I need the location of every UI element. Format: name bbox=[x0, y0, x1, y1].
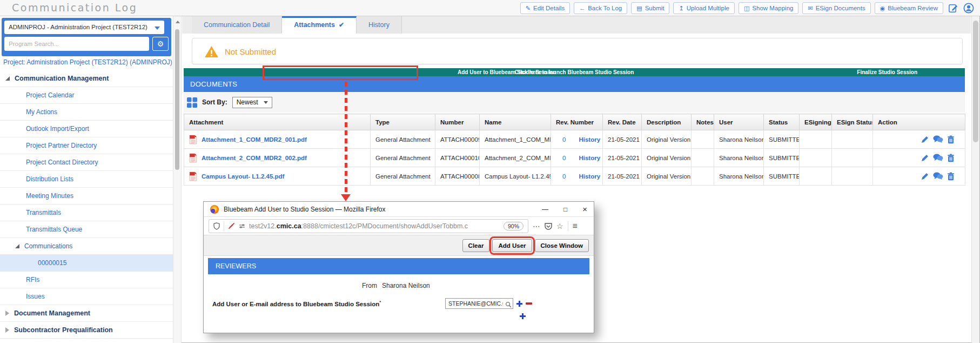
navigation-tree: Communication Management Project Calenda… bbox=[0, 70, 173, 339]
add-row-plus-icon[interactable] bbox=[516, 301, 522, 307]
tree-item-project-partner-directory[interactable]: Project Partner Directory bbox=[0, 137, 173, 154]
esign-documents-button[interactable]: ✉ ESign Documents bbox=[802, 2, 870, 14]
tree-group-document-management[interactable]: Document Management bbox=[0, 305, 173, 322]
tree-item-distribution-lists[interactable]: Distribution Lists bbox=[0, 171, 173, 188]
cell-esign-status bbox=[832, 130, 873, 149]
history-link[interactable]: History bbox=[579, 136, 600, 143]
attachment-file-link[interactable]: Attachment_2_COM_MDR2_002.pdf bbox=[189, 153, 365, 163]
communication-log-app: Communication Log ✎ Edit Details ← Back … bbox=[0, 0, 980, 343]
page-title: Communication Log bbox=[12, 2, 137, 14]
remove-row-minus-icon[interactable] bbox=[526, 302, 532, 305]
popup-title-bar[interactable]: Bluebeam Add User to Studio Session — Mo… bbox=[204, 202, 594, 217]
esign-documents-label: ESign Documents bbox=[816, 5, 865, 11]
main-scrollbar-thumb[interactable] bbox=[973, 21, 978, 142]
upload-multiple-button[interactable]: ↥ Upload Multiple bbox=[673, 2, 734, 14]
not-submitted-text: Not Submitted bbox=[225, 38, 276, 65]
tree-item-transmittals-queue[interactable]: Transmittals Queue bbox=[0, 221, 173, 238]
tree-item-issues[interactable]: Issues bbox=[0, 288, 173, 305]
col-rev-date: Rev. Date bbox=[603, 114, 642, 130]
comments-icon[interactable] bbox=[933, 172, 943, 180]
cell-name: Campus Layout- L1.2.45 bbox=[480, 167, 551, 186]
scroll-up-arrow-icon[interactable] bbox=[176, 21, 180, 23]
tab-history[interactable]: History bbox=[357, 16, 402, 34]
top-header-bar: Communication Log ✎ Edit Details ← Back … bbox=[0, 0, 980, 16]
launch-studio-session-link[interactable]: Click here to launch Bluebeam Studio Ses… bbox=[515, 68, 634, 76]
sidebar-scrollbar-thumb[interactable] bbox=[175, 29, 179, 170]
attachment-file-name: Attachment_1_COM_MDR2_001.pdf bbox=[202, 136, 307, 143]
maximize-icon[interactable]: □ bbox=[563, 206, 567, 213]
collapsed-triangle-icon bbox=[5, 327, 9, 333]
edit-pencil-icon[interactable] bbox=[921, 172, 929, 181]
permissions-icon[interactable] bbox=[239, 223, 245, 229]
cell-number: ATTACH00009 bbox=[435, 130, 480, 149]
tree-item-meeting-minutes[interactable]: Meeting Minutes bbox=[0, 188, 173, 205]
history-link[interactable]: History bbox=[579, 173, 600, 180]
edit-details-button[interactable]: ✎ Edit Details bbox=[520, 2, 570, 14]
close-window-button[interactable]: Close Window bbox=[535, 239, 589, 252]
delete-trash-icon[interactable] bbox=[947, 154, 955, 162]
user-profile-icon[interactable] bbox=[963, 2, 975, 14]
clear-button[interactable]: Clear bbox=[462, 239, 490, 252]
close-icon[interactable]: × bbox=[582, 205, 587, 214]
add-user-button[interactable]: Add User bbox=[492, 239, 532, 252]
sort-select[interactable]: Newest bbox=[232, 97, 272, 108]
history-link[interactable]: History bbox=[579, 155, 600, 161]
add-another-row-plus-icon[interactable] bbox=[520, 313, 526, 319]
tree-item-project-calendar[interactable]: Project Calendar bbox=[0, 87, 173, 104]
shield-icon[interactable] bbox=[213, 222, 220, 230]
rev-number-link[interactable]: 0 bbox=[562, 173, 566, 180]
minimize-icon[interactable]: — bbox=[542, 206, 548, 213]
tree-item-my-actions[interactable]: My Actions bbox=[0, 104, 173, 121]
url-field[interactable]: test2v12.cmic.ca:8888/cmictest12c/PMDocu… bbox=[209, 219, 528, 233]
program-search-input[interactable] bbox=[4, 37, 149, 51]
col-rev-number: Rev. Number bbox=[551, 114, 603, 130]
tree-item-00000015-selected[interactable]: 00000015 bbox=[0, 255, 173, 272]
edit-details-label: Edit Details bbox=[533, 5, 565, 11]
attachment-file-link[interactable]: Attachment_1_COM_MDR2_001.pdf bbox=[189, 135, 365, 144]
edit-pencil-icon[interactable] bbox=[921, 135, 929, 144]
tree-item-rfis[interactable]: RFIs bbox=[0, 272, 173, 288]
project-select[interactable]: ADMINPROJ - Administration Project (TEST… bbox=[4, 21, 164, 34]
tree-label: Transmittals Queue bbox=[26, 221, 82, 238]
comments-icon[interactable] bbox=[933, 154, 943, 162]
url-text: test2v12.cmic.ca:8888/cmictest12c/PMDocu… bbox=[249, 222, 500, 230]
tree-label: Outlook Import/Export bbox=[26, 121, 89, 137]
delete-trash-icon[interactable] bbox=[947, 172, 955, 181]
pocket-icon[interactable] bbox=[545, 222, 552, 230]
tree-item-project-contact-directory[interactable]: Project Contact Directory bbox=[0, 154, 173, 171]
blocked-permission-icon[interactable] bbox=[228, 222, 235, 229]
grid-view-icon[interactable] bbox=[187, 97, 197, 108]
comments-icon[interactable] bbox=[933, 135, 943, 143]
documents-section-header: DOCUMENTS bbox=[184, 76, 965, 92]
bluebeam-review-button[interactable]: ◉ Bluebeam Review bbox=[875, 2, 943, 14]
mapping-icon: ◫ bbox=[744, 5, 749, 12]
back-to-log-button[interactable]: ← Back To Log bbox=[574, 2, 627, 14]
rev-number-link[interactable]: 0 bbox=[562, 155, 566, 161]
tree-group-communications[interactable]: Communications bbox=[0, 238, 173, 255]
tab-attachments[interactable]: Attachments✔ bbox=[282, 16, 357, 34]
col-number: Number bbox=[435, 114, 480, 130]
rev-number-link[interactable]: 0 bbox=[562, 136, 566, 143]
browser-zoom-badge[interactable]: 90% bbox=[504, 222, 523, 230]
page-actions-icon[interactable]: ⋯ bbox=[533, 222, 540, 230]
edit-note-icon[interactable] bbox=[947, 2, 959, 14]
show-mapping-button[interactable]: ◫ Show Mapping bbox=[739, 2, 798, 14]
attachment-file-link[interactable]: Campus Layout- L1.2.45.pdf bbox=[189, 172, 365, 181]
search-lookup-icon[interactable] bbox=[505, 300, 512, 310]
col-esign-status: ESign Status bbox=[832, 114, 873, 130]
tree-item-outlook-import-export[interactable]: Outlook Import/Export bbox=[0, 121, 173, 137]
tree-group-subcontractor-prequalification[interactable]: Subcontractor Prequalification bbox=[0, 322, 173, 339]
search-settings-button[interactable]: ⚙ bbox=[152, 37, 169, 51]
tree-item-transmittals[interactable]: Transmittals bbox=[0, 205, 173, 221]
submit-button[interactable]: ▤ Submit bbox=[631, 2, 669, 14]
finalize-studio-session-link[interactable]: Finalize Studio Session bbox=[857, 68, 917, 76]
bookmark-star-icon[interactable]: ☆ bbox=[556, 222, 563, 230]
tree-group-communication-management[interactable]: Communication Management bbox=[0, 70, 173, 87]
tab-communication-detail[interactable]: Communication Detail bbox=[192, 16, 282, 34]
menu-hamburger-icon[interactable]: ≡ bbox=[573, 221, 578, 231]
cell-description: Original Version bbox=[642, 167, 692, 186]
col-status: Status bbox=[764, 114, 800, 130]
email-field[interactable] bbox=[445, 298, 513, 309]
delete-trash-icon[interactable] bbox=[947, 135, 955, 144]
edit-pencil-icon[interactable] bbox=[921, 154, 929, 162]
